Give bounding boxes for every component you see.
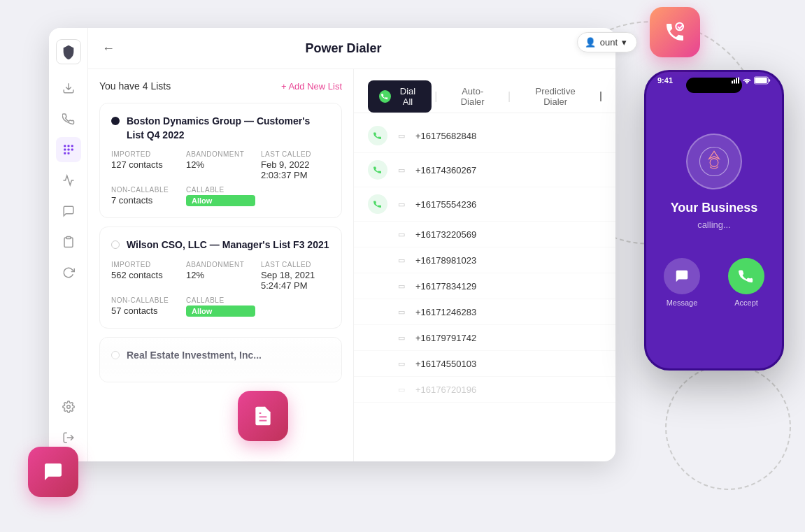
svg-point-18 [710,159,718,167]
business-logo [697,145,731,178]
callable-badge: Allow [186,195,255,206]
add-new-list-button[interactable]: + Add New List [281,81,342,92]
non-callable-value: 57 contacts [111,305,180,316]
phone-item[interactable]: ▭ +16175554236 [354,187,615,222]
list-stats: IMPORTED 127 contacts ABANDONMENT 12% LA… [111,150,330,206]
phone-mockup: 9:41 Your Business calling... [644,70,784,371]
phone-number: +16174360267 [415,165,476,175]
lists-count: You have 4 Lists [99,80,171,92]
sidebar-logo [56,39,81,64]
phone-call-icon [368,160,387,180]
phone-item[interactable]: ▭ +16179791742 [354,325,615,351]
account-icon: 👤 [585,37,596,48]
list-name: Wilson CSO, LLC — Manager's List F3 2021 [127,238,329,252]
list-item[interactable]: Wilson CSO, LLC — Manager's List F3 2021… [99,227,342,329]
list-item[interactable]: Boston Dynamics Group — Customer's List … [99,103,342,218]
lists-panel: You have 4 Lists + Add New List Boston D… [88,69,354,461]
sim-icon: ▭ [396,280,407,292]
sim-icon: ▭ [396,130,407,141]
sidebar-item-download[interactable] [56,76,81,101]
last-called-label: LAST CALLED [261,150,330,158]
sidebar-item-dialer[interactable] [56,137,81,162]
message-action[interactable]: Message [664,258,700,307]
list-stats: IMPORTED 562 contacts ABANDONMENT 12% LA… [111,261,330,317]
text-cursor [600,92,601,101]
tab-predictive-dialer[interactable]: Predictive Dialer [513,80,597,113]
svg-rect-11 [732,81,733,84]
sidebar-item-clipboard[interactable] [56,229,81,254]
app-window: ← Power Dialer ⋯ You have 4 Lists + Add … [49,28,615,461]
list-item-partial[interactable]: Real Estate Investment, Inc... [99,337,342,383]
list-inactive-indicator [111,351,120,359]
accept-action[interactable]: Accept [728,258,764,307]
tab-dial-all-label: Dial All [395,86,421,107]
phone-actions: Message Accept [664,258,764,307]
sim-icon: ▭ [396,254,407,266]
list-active-indicator [111,117,120,125]
non-callable-label: NON-CALLABLE [111,296,180,304]
right-panel: Dial All | Auto-Dialer | Predictive Dial… [354,69,615,461]
phone-item[interactable]: ▭ +16174360267 [354,153,615,187]
floating-chat-icon [28,447,78,497]
dial-tabs: Dial All | Auto-Dialer | Predictive Dial… [354,69,615,113]
svg-rect-5 [67,149,69,151]
floating-document-icon [238,391,288,441]
page-title: Power Dialer [123,41,564,56]
imported-label: IMPORTED [111,150,180,158]
abandonment-value: 12% [186,159,255,170]
svg-rect-12 [734,80,735,84]
header: ← Power Dialer ⋯ [88,28,615,69]
sidebar-item-refresh[interactable] [56,260,81,285]
caller-status: calling... [697,220,731,230]
list-name: Boston Dynamics Group — Customer's List … [127,115,330,142]
non-callable-label: NON-CALLABLE [111,186,180,194]
sidebar-item-message[interactable] [56,199,81,224]
phone-status-icons [732,76,771,85]
svg-rect-2 [67,145,69,147]
sim-icon: ▭ [396,199,407,210]
phone-item[interactable]: ▭ +16178981023 [354,247,615,273]
sidebar-item-phone[interactable] [56,106,81,131]
svg-rect-14 [738,78,739,84]
sidebar-item-chart[interactable] [56,168,81,193]
svg-rect-4 [64,149,66,151]
phone-item[interactable]: ▭ +16171246283 [354,299,615,325]
svg-rect-13 [736,78,737,84]
svg-rect-16 [755,78,767,83]
abandonment-value: 12% [186,270,255,280]
sidebar-item-settings[interactable] [56,394,81,419]
tab-auto-dialer[interactable]: Auto-Dialer [440,80,504,113]
tab-auto-dialer-label: Auto-Dialer [461,86,485,107]
phone-number: +16175554236 [415,199,476,210]
phone-item[interactable]: ▭ +16176720196 [354,377,615,403]
svg-rect-9 [66,237,71,239]
svg-rect-3 [71,145,73,147]
phone-item[interactable]: ▭ +16173220569 [354,222,615,247]
account-button[interactable]: 👤 ount ▾ [577,32,637,52]
tab-dial-all[interactable]: Dial All [368,80,432,113]
phone-number: +16179791742 [415,333,476,343]
callable-label: CALLABLE [186,296,255,304]
imported-value: 562 contacts [111,270,180,280]
imported-value: 127 contacts [111,159,180,170]
phone-number: +16175682848 [415,131,476,141]
caller-name: Your Business [671,201,758,215]
lists-header: You have 4 Lists + Add New List [99,80,342,92]
dial-icon [379,90,391,103]
sim-icon: ▭ [396,164,407,175]
svg-rect-1 [64,145,66,147]
phone-item[interactable]: ▭ +16177834129 [354,273,615,299]
phone-item[interactable]: ▭ +16175682848 [354,119,615,153]
main-content: ← Power Dialer ⋯ You have 4 Lists + Add … [88,28,615,461]
abandonment-label: ABANDONMENT [186,150,255,158]
svg-point-10 [66,405,70,409]
list-name: Real Estate Investment, Inc... [127,349,262,363]
floating-phone-icon [650,7,700,57]
phone-item[interactable]: ▭ +16174550103 [354,351,615,377]
last-called-label: LAST CALLED [261,261,330,268]
back-button[interactable]: ← [102,41,115,56]
accept-label: Accept [734,299,758,307]
abandonment-label: ABANDONMENT [186,261,255,268]
callable-label: CALLABLE [186,186,255,194]
tab-divider: | [434,90,437,103]
